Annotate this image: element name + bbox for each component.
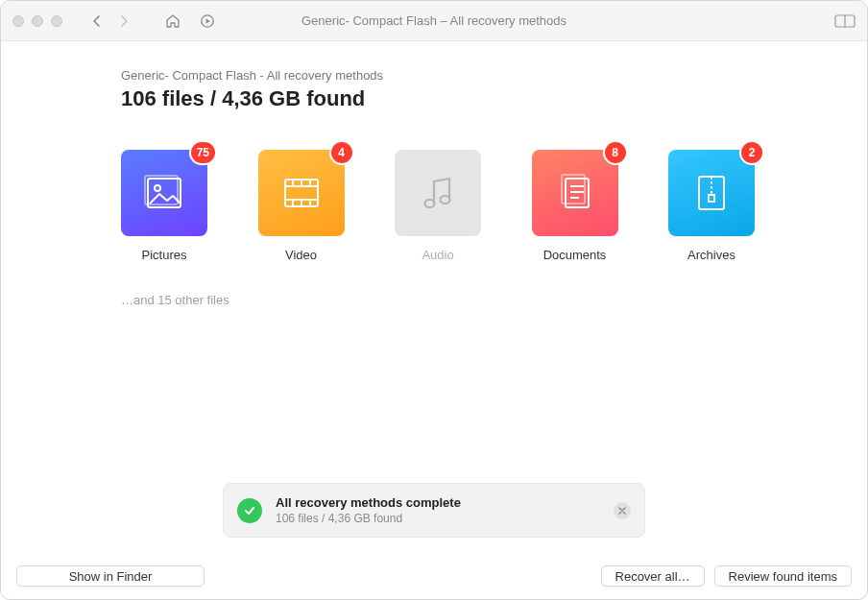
pictures-label: Pictures [142,248,187,262]
back-button[interactable] [91,14,102,28]
archives-badge: 2 [741,142,762,163]
svg-point-16 [441,196,450,204]
main-content: Generic- Compact Flash - All recovery me… [1,41,867,307]
pictures-tile: 75 [121,150,207,236]
archives-tile: 2 [668,150,755,236]
pictures-badge: 75 [191,142,215,163]
category-archives[interactable]: 2 Archives [668,150,755,262]
category-row: 75 Pictures 4 Video Audio [121,150,755,262]
documents-tile: 8 [532,150,618,236]
svg-rect-5 [145,176,178,204]
svg-point-4 [155,185,160,191]
window-controls [12,15,62,27]
other-files-text[interactable]: …and 15 other files [121,293,747,307]
video-label: Video [285,248,317,262]
category-pictures[interactable]: 75 Pictures [121,150,207,262]
footer-bar: Show in Finder Recover all… Review found… [1,553,867,599]
toolbar-nav [91,12,216,30]
picture-icon [144,175,184,211]
category-audio[interactable]: Audio [395,150,481,262]
recover-all-button[interactable]: Recover all… [601,565,705,587]
music-note-icon [421,174,455,212]
toast-subtitle: 106 files / 4,36 GB found [276,512,600,525]
forward-button[interactable] [119,14,130,28]
toast-body: All recovery methods complete 106 files … [276,495,600,525]
view-toggle-button[interactable] [834,14,856,28]
audio-label: Audio [422,248,453,262]
close-window-button[interactable] [12,15,24,27]
summary-heading: 106 files / 4,36 GB found [121,86,747,111]
zoom-window-button[interactable] [51,15,62,27]
category-documents[interactable]: 8 Documents [532,150,618,262]
document-icon [556,173,594,213]
audio-tile [395,150,481,236]
titlebar: Generic- Compact Flash – All recovery me… [1,1,867,41]
checkmark-icon [237,498,262,523]
show-in-finder-button[interactable]: Show in Finder [16,565,205,587]
documents-label: Documents [543,248,607,262]
toast-close-button[interactable] [614,502,631,519]
video-tile: 4 [258,150,345,236]
toast-title: All recovery methods complete [276,495,600,510]
recover-session-button[interactable] [199,12,216,30]
review-found-items-button[interactable]: Review found items [714,565,852,587]
svg-rect-24 [709,195,714,202]
completion-toast: All recovery methods complete 106 files … [223,483,645,538]
documents-badge: 8 [605,142,626,163]
archives-label: Archives [687,248,735,262]
video-badge: 4 [331,142,352,163]
category-video[interactable]: 4 Video [258,150,345,262]
minimize-window-button[interactable] [32,15,43,27]
archive-icon [695,174,728,212]
svg-point-15 [425,200,435,207]
svg-rect-3 [148,179,181,207]
breadcrumb-subtitle: Generic- Compact Flash - All recovery me… [121,68,747,83]
home-button[interactable] [164,12,181,30]
film-icon [282,174,321,212]
